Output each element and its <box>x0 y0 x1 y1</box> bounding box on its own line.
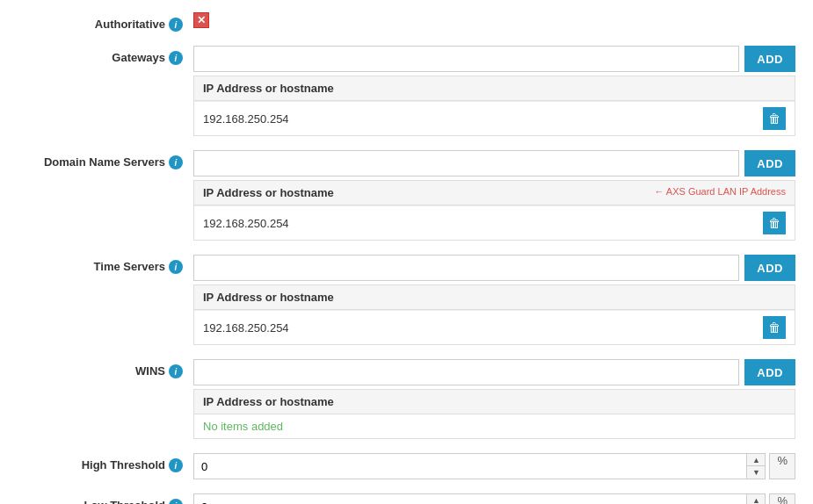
gateways-info-icon[interactable]: i <box>169 51 183 65</box>
authoritative-row: Authoritative i ✕ <box>18 9 795 35</box>
dns-content: ADD IP Address or hostname ← AXS Guard L… <box>193 150 795 241</box>
gateways-input[interactable] <box>193 46 739 72</box>
gateways-table-header: IP Address or hostname <box>194 76 795 101</box>
low-threshold-content: ▲ ▼ % <box>193 493 795 504</box>
gateways-table: IP Address or hostname 192.168.250.254 🗑 <box>193 76 795 136</box>
wins-table: IP Address or hostname No items added <box>193 389 795 439</box>
wins-column-header: IP Address or hostname <box>203 395 334 408</box>
high-threshold-controls: ▲ ▼ % <box>193 453 795 479</box>
high-threshold-down-button[interactable]: ▼ <box>747 466 765 479</box>
gateways-ip-value: 192.168.250.254 <box>203 112 289 126</box>
gateways-content: ADD IP Address or hostname 192.168.250.2… <box>193 46 795 136</box>
low-threshold-up-button[interactable]: ▲ <box>747 494 765 504</box>
high-threshold-content: ▲ ▼ % <box>193 453 795 479</box>
time-servers-ip-value: 192.168.250.254 <box>203 321 289 335</box>
authoritative-label-col: Authoritative i <box>18 12 193 32</box>
gateways-input-row: ADD <box>193 46 795 72</box>
time-servers-info-icon[interactable]: i <box>169 260 183 274</box>
time-servers-delete-button[interactable]: 🗑 <box>763 316 786 339</box>
authoritative-label: Authoritative <box>95 18 165 31</box>
dns-label: Domain Name Servers <box>44 155 165 169</box>
low-threshold-percent: % <box>769 493 795 504</box>
dns-column-header: IP Address or hostname <box>203 186 334 199</box>
high-threshold-row: High Threshold i ▲ ▼ % <box>18 450 795 483</box>
wins-info-icon[interactable]: i <box>169 364 183 378</box>
gateways-column-header: IP Address or hostname <box>203 82 334 95</box>
wins-no-items: No items added <box>194 414 795 438</box>
high-threshold-label: High Threshold <box>82 458 165 472</box>
wins-input-row: ADD <box>193 359 795 385</box>
dns-input[interactable] <box>193 150 739 176</box>
dns-table: IP Address or hostname ← AXS Guard LAN I… <box>193 180 795 241</box>
dns-input-row: ADD <box>193 150 795 176</box>
axs-annotation: ← AXS Guard LAN IP Address <box>654 186 786 199</box>
wins-add-button[interactable]: ADD <box>744 359 795 385</box>
low-threshold-label: Low Threshold <box>84 499 165 504</box>
high-threshold-input-wrap: ▲ ▼ <box>193 453 766 479</box>
low-threshold-controls: ▲ ▼ % <box>193 493 795 504</box>
gateways-table-row: 192.168.250.254 🗑 <box>194 101 795 135</box>
dns-ip-value: 192.168.250.254 <box>203 217 289 230</box>
low-threshold-info-icon[interactable]: i <box>169 499 183 504</box>
low-threshold-spinner: ▲ ▼ <box>747 493 766 504</box>
dns-info-icon[interactable]: i <box>169 155 183 169</box>
time-servers-table-header: IP Address or hostname <box>194 285 795 310</box>
authoritative-info-icon[interactable]: i <box>169 18 183 32</box>
high-threshold-percent: % <box>769 453 795 479</box>
wins-table-header: IP Address or hostname <box>194 390 795 414</box>
authoritative-content: ✕ <box>193 12 795 28</box>
gateways-delete-button[interactable]: 🗑 <box>763 107 786 130</box>
wins-label: WINS <box>135 364 165 378</box>
low-threshold-input-wrap: ▲ ▼ <box>193 493 766 504</box>
time-servers-column-header: IP Address or hostname <box>203 291 334 304</box>
high-threshold-label-col: High Threshold i <box>18 453 193 472</box>
low-threshold-input[interactable] <box>193 493 747 504</box>
dns-delete-button[interactable]: 🗑 <box>763 212 786 234</box>
time-servers-row: Time Servers i ADD IP Address or hostnam… <box>18 251 795 349</box>
time-servers-table: IP Address or hostname 192.168.250.254 🗑 <box>193 284 795 345</box>
dns-table-header: IP Address or hostname ← AXS Guard LAN I… <box>194 181 795 205</box>
dhcp-settings-form: Authoritative i ✕ Gateways i ADD IP Addr… <box>0 0 813 504</box>
time-servers-input-row: ADD <box>193 255 795 281</box>
dns-row: Domain Name Servers i ADD IP Address or … <box>18 147 795 244</box>
time-servers-label-col: Time Servers i <box>18 255 193 274</box>
wins-label-col: WINS i <box>18 359 193 378</box>
time-servers-label: Time Servers <box>94 260 165 273</box>
dns-label-col: Domain Name Servers i <box>18 150 193 169</box>
high-threshold-up-button[interactable]: ▲ <box>747 454 765 466</box>
wins-input[interactable] <box>193 359 739 385</box>
time-servers-add-button[interactable]: ADD <box>744 255 795 281</box>
low-threshold-label-col: Low Threshold i <box>18 493 193 504</box>
gateways-add-button[interactable]: ADD <box>744 46 795 72</box>
high-threshold-input[interactable] <box>193 453 747 479</box>
dns-add-button[interactable]: ADD <box>744 150 795 176</box>
high-threshold-spinner: ▲ ▼ <box>747 453 766 479</box>
time-servers-content: ADD IP Address or hostname 192.168.250.2… <box>193 255 795 345</box>
authoritative-toggle[interactable]: ✕ <box>193 12 209 28</box>
wins-row: WINS i ADD IP Address or hostname No ite… <box>18 356 795 443</box>
gateways-row: Gateways i ADD IP Address or hostname 19… <box>18 42 795 140</box>
gateways-label: Gateways <box>112 51 165 64</box>
high-threshold-info-icon[interactable]: i <box>169 458 183 472</box>
dns-table-row: 192.168.250.254 🗑 <box>194 205 795 240</box>
low-threshold-row: Low Threshold i ▲ ▼ % <box>18 490 795 504</box>
wins-content: ADD IP Address or hostname No items adde… <box>193 359 795 439</box>
gateways-label-col: Gateways i <box>18 46 193 65</box>
time-servers-table-row: 192.168.250.254 🗑 <box>194 310 795 344</box>
time-servers-input[interactable] <box>193 255 739 281</box>
